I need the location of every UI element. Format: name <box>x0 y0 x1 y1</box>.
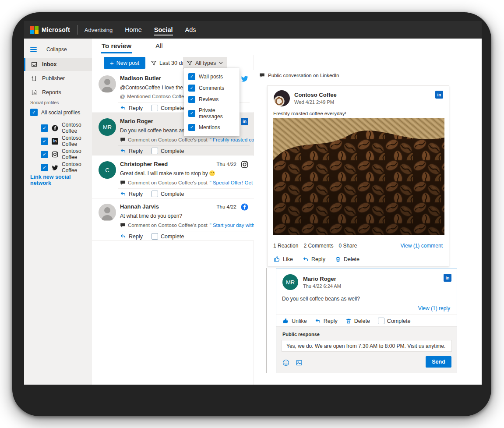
sidebar-item-inbox[interactable]: Inbox <box>24 58 92 71</box>
avatar-person-placeholder <box>99 204 116 221</box>
complete-label: Complete <box>161 105 184 111</box>
checkbox-checked-icon[interactable] <box>41 124 48 132</box>
post-stats: 1 Reaction 2 Comments 0 Share <box>273 243 357 249</box>
product-name: Advertising <box>85 27 113 33</box>
thread-indicator-line <box>266 268 267 373</box>
conversation-header-label: Public conversation on LinkedIn <box>268 73 339 78</box>
checkbox-checked-icon[interactable] <box>188 110 195 117</box>
row-divider <box>118 231 250 231</box>
complete-label: Complete <box>161 148 184 154</box>
sidebar-item-reports[interactable]: Reports <box>24 86 92 99</box>
row-divider <box>118 145 250 146</box>
reply-icon <box>120 191 126 197</box>
dropdown-item-private-messages[interactable]: Private messages <box>184 105 240 122</box>
dropdown-item-reviews[interactable]: Reviews <box>184 94 240 105</box>
type-filter-button[interactable]: All types <box>183 57 227 69</box>
meta-text: Comment on Contoso Coffee's post <box>128 223 208 228</box>
message-row-hannah-jarvis[interactable]: Hannah Jarvis Thu 4/22 At what time do y… <box>92 198 254 241</box>
tab-to-review[interactable]: To review <box>102 42 131 50</box>
nav-home[interactable]: Home <box>125 25 142 35</box>
message-text: At what time do you open? <box>120 213 182 219</box>
sender-name: Christopher Reed <box>120 161 168 167</box>
public-response-input[interactable] <box>282 340 452 352</box>
app-window: Microsoft Advertising Home Social Ads Co… <box>24 21 482 385</box>
dropdown-item-mentions[interactable]: Mentions <box>184 122 240 133</box>
tab-all[interactable]: All <box>155 42 163 50</box>
link-new-social-network[interactable]: Link new social network <box>30 174 92 186</box>
instagram-icon <box>241 161 248 168</box>
send-button[interactable]: Send <box>426 356 451 368</box>
view-comment-link[interactable]: View (1) comment <box>401 243 443 249</box>
like-button[interactable]: Like <box>274 256 293 262</box>
linkedin-icon: in <box>435 91 443 99</box>
nav-ads[interactable]: Ads <box>185 25 196 35</box>
delete-button[interactable]: Delete <box>335 256 359 262</box>
dropdown-item-label: Wall posts <box>199 74 223 80</box>
reply-button[interactable]: Reply <box>120 105 143 111</box>
reply-label: Reply <box>129 233 143 240</box>
complete-checkbox[interactable]: Complete <box>152 105 184 111</box>
shares-count: 0 Share <box>338 243 357 249</box>
hamburger-icon <box>30 47 37 52</box>
device-frame: Microsoft Advertising Home Social Ads Co… <box>12 12 491 416</box>
contoso-coffee-avatar <box>274 90 290 106</box>
message-text: Great deal. I will make sure to stop by <box>120 170 215 177</box>
reply-button[interactable]: Reply <box>120 191 143 197</box>
unlike-button[interactable]: Unlike <box>282 318 307 324</box>
checkbox-checked-icon[interactable] <box>30 109 38 116</box>
checkbox-checked-icon[interactable] <box>41 151 48 158</box>
publisher-icon <box>31 75 38 82</box>
reply-button[interactable]: Reply <box>120 148 143 154</box>
delete-label: Delete <box>344 256 359 262</box>
sidebar-item-publisher[interactable]: Publisher <box>24 72 92 85</box>
reply-icon <box>315 318 321 324</box>
sidebar-item-label: Inbox <box>42 61 56 67</box>
comment-card: MR Mario Roger Thu 4/22 6:24 AM in Do yo… <box>276 268 457 373</box>
emoji-icon[interactable] <box>282 359 289 366</box>
nav-social[interactable]: Social <box>154 25 173 35</box>
view-reply-link[interactable]: View (1) reply <box>418 305 450 311</box>
profile-row-facebook[interactable]: Contoso Coffee <box>41 122 92 134</box>
reply-button[interactable]: Reply <box>120 233 143 240</box>
complete-checkbox[interactable]: Complete <box>152 233 184 240</box>
checkbox-empty-icon <box>152 148 158 154</box>
profile-row-linkedin[interactable]: in Contoso Coffee <box>41 135 92 147</box>
checkbox-checked-icon[interactable] <box>41 164 48 171</box>
checkbox-checked-icon[interactable] <box>188 96 195 103</box>
dropdown-item-wall-posts[interactable]: Wall posts <box>184 71 240 82</box>
reply-icon <box>120 148 126 154</box>
checkbox-checked-icon[interactable] <box>188 85 195 92</box>
twitter-icon <box>52 164 58 171</box>
reply-button[interactable]: Reply <box>303 256 325 262</box>
complete-checkbox[interactable]: Complete <box>152 191 184 197</box>
checkbox-checked-icon[interactable] <box>41 138 48 145</box>
complete-checkbox[interactable]: Complete <box>378 318 411 324</box>
checkbox-empty-icon <box>152 105 158 111</box>
complete-checkbox[interactable]: Complete <box>152 148 184 154</box>
delete-button[interactable]: Delete <box>345 318 370 324</box>
avatar-initials: C <box>99 161 116 179</box>
delete-label: Delete <box>354 318 370 324</box>
dropdown-item-comments[interactable]: Comments <box>184 82 240 94</box>
reply-button[interactable]: Reply <box>315 318 338 324</box>
public-response-section: Public response Send <box>276 326 457 373</box>
post-divider <box>273 253 444 253</box>
checkbox-checked-icon[interactable] <box>188 73 195 80</box>
sidebar: Collapse Inbox Publisher Reports Social … <box>24 39 92 385</box>
profile-row-instagram[interactable]: Contoso Coffee <box>41 148 92 160</box>
trash-icon <box>335 256 341 262</box>
sidebar-collapse-button[interactable]: Collapse <box>24 44 67 55</box>
message-row-christopher-reed[interactable]: C Christopher Reed Thu 4/22 Great deal. … <box>92 156 254 198</box>
checkbox-empty-icon <box>152 191 158 197</box>
reply-label: Reply <box>129 105 143 111</box>
checkbox-checked-icon[interactable] <box>188 124 195 131</box>
meta-text: Comment on Contoso Coffee's post <box>128 137 208 142</box>
image-attach-icon[interactable] <box>296 359 303 366</box>
profile-row-twitter[interactable]: Contoso Coffee <box>41 161 92 173</box>
thumbs-up-filled-icon <box>282 318 289 324</box>
unlike-label: Unlike <box>292 318 307 324</box>
all-social-profiles-row[interactable]: All social profiles <box>30 109 80 116</box>
new-post-button[interactable]: + New post <box>104 57 145 69</box>
sender-name: Madison Butler <box>120 75 161 81</box>
conversation-header: Public conversation on LinkedIn <box>259 72 339 78</box>
